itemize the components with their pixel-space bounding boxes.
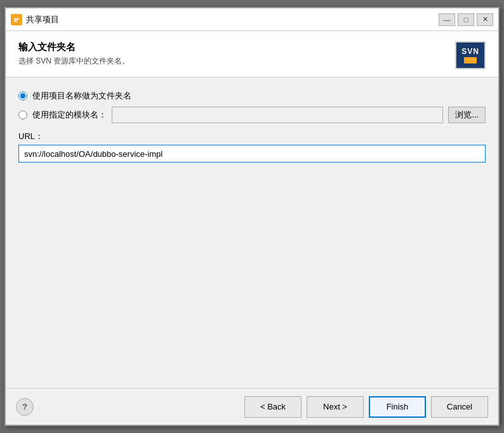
window-icon bbox=[11, 14, 22, 25]
svg-rect-2 bbox=[14, 20, 17, 22]
cancel-button[interactable]: Cancel bbox=[431, 396, 488, 418]
page-title: 输入文件夹名 bbox=[18, 41, 455, 53]
help-button[interactable]: ? bbox=[16, 398, 34, 416]
url-label: URL： bbox=[18, 131, 486, 142]
svg-rect-1 bbox=[14, 18, 19, 20]
next-button[interactable]: Next > bbox=[307, 396, 364, 418]
radio-label-1: 使用项目名称做为文件夹名 bbox=[32, 90, 131, 102]
browse-button[interactable]: 浏览... bbox=[448, 107, 486, 123]
dialog-window: 共享项目 — □ ✕ 输入文件夹名 选择 SVN 资源库中的文件夹名。 SVN bbox=[4, 7, 500, 426]
radio-row-2: 使用指定的模块名： 浏览... bbox=[18, 107, 486, 123]
radio-group: 使用项目名称做为文件夹名 使用指定的模块名： 浏览... bbox=[18, 90, 486, 123]
window-title: 共享项目 bbox=[26, 14, 439, 25]
content-area: 输入文件夹名 选择 SVN 资源库中的文件夹名。 SVN 使用项目名称做为文件夹… bbox=[6, 31, 498, 425]
page-subtitle: 选择 SVN 资源库中的文件夹名。 bbox=[18, 56, 455, 67]
radio-use-module-name[interactable] bbox=[18, 110, 27, 119]
finish-button[interactable]: Finish bbox=[369, 396, 426, 418]
svn-logo: SVN bbox=[455, 41, 486, 69]
window-controls: — □ ✕ bbox=[439, 13, 493, 26]
title-bar: 共享项目 — □ ✕ bbox=[6, 8, 498, 31]
svn-logo-chip bbox=[464, 57, 477, 63]
module-name-input[interactable] bbox=[112, 107, 443, 123]
radio-row-1: 使用项目名称做为文件夹名 bbox=[18, 90, 486, 102]
spacer bbox=[18, 170, 486, 375]
radio-use-project-name[interactable] bbox=[18, 91, 27, 100]
footer-section: ? < Back Next > Finish Cancel bbox=[6, 388, 498, 425]
maximize-button[interactable]: □ bbox=[458, 13, 474, 26]
radio-label-2: 使用指定的模块名： bbox=[32, 109, 107, 121]
url-input[interactable] bbox=[18, 145, 486, 163]
header-text: 输入文件夹名 选择 SVN 资源库中的文件夹名。 bbox=[18, 41, 455, 67]
minimize-button[interactable]: — bbox=[439, 13, 455, 26]
back-button[interactable]: < Back bbox=[244, 396, 302, 418]
url-section: URL： bbox=[18, 131, 486, 163]
close-button[interactable]: ✕ bbox=[477, 13, 493, 26]
footer-buttons: < Back Next > Finish Cancel bbox=[244, 396, 488, 418]
svn-logo-text: SVN bbox=[461, 47, 479, 56]
main-section: 使用项目名称做为文件夹名 使用指定的模块名： 浏览... URL： bbox=[6, 77, 498, 388]
header-section: 输入文件夹名 选择 SVN 资源库中的文件夹名。 SVN bbox=[6, 31, 498, 77]
